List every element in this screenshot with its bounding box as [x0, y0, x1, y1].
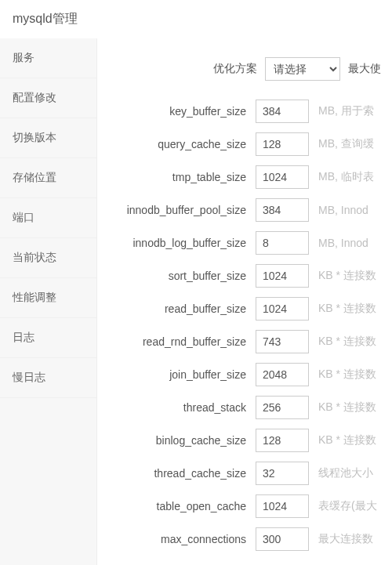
- setting-row: query_cache_sizeMB, 查询缓: [108, 132, 381, 156]
- sidebar-item-label: 当前状态: [13, 251, 56, 263]
- setting-label: join_buffer_size: [108, 368, 246, 381]
- setting-row: innodb_log_buffer_sizeMB, Innod: [108, 231, 381, 255]
- setting-row: tmp_table_sizeMB, 临时表: [108, 165, 381, 189]
- setting-label: binlog_cache_size: [108, 434, 246, 447]
- sidebar-item-label: 切换版本: [13, 131, 56, 143]
- sidebar-item-storage[interactable]: 存储位置: [0, 158, 96, 198]
- setting-hint: KB * 连接数: [318, 368, 376, 382]
- setting-label: sort_buffer_size: [108, 270, 246, 282]
- setting-hint: 最大连接数: [318, 532, 373, 546]
- sidebar-item-status[interactable]: 当前状态: [0, 238, 96, 278]
- setting-row: read_buffer_sizeKB * 连接数: [108, 297, 381, 321]
- setting-label: innodb_buffer_pool_size: [108, 204, 246, 216]
- setting-input-thread_cache_size[interactable]: [256, 462, 309, 485]
- setting-label: innodb_log_buffer_size: [108, 237, 246, 249]
- main-panel: 优化方案 请选择 最大使 key_buffer_sizeMB, 用于索query…: [97, 38, 392, 565]
- sidebar-item-label: 存储位置: [13, 171, 56, 183]
- toolbar: 优化方案 请选择 最大使: [97, 57, 392, 92]
- setting-label: thread_cache_size: [108, 467, 246, 480]
- sidebar-item-label: 性能调整: [13, 291, 56, 303]
- setting-hint: KB * 连接数: [318, 433, 376, 447]
- sidebar-item-slowlog[interactable]: 慢日志: [0, 358, 96, 398]
- setting-row: max_connections最大连接数: [108, 527, 381, 551]
- setting-input-read_buffer_size[interactable]: [256, 297, 309, 321]
- sidebar-item-label: 服务: [13, 51, 34, 63]
- sidebar-item-label: 配置修改: [13, 91, 56, 103]
- sidebar-item-port[interactable]: 端口: [0, 198, 96, 238]
- setting-label: tmp_table_size: [108, 171, 246, 183]
- setting-hint: MB, 查询缓: [318, 137, 374, 151]
- plan-label: 优化方案: [213, 62, 257, 76]
- setting-label: table_open_cache: [108, 500, 246, 512]
- setting-hint: KB * 连接数: [318, 335, 376, 349]
- max-usage-button[interactable]: 最大使: [348, 62, 381, 76]
- sidebar-item-label: 日志: [13, 331, 34, 343]
- setting-row: innodb_buffer_pool_sizeMB, Innod: [108, 198, 381, 222]
- setting-row: binlog_cache_sizeKB * 连接数: [108, 429, 381, 452]
- setting-hint: KB * 连接数: [318, 302, 376, 316]
- setting-label: query_cache_size: [108, 138, 246, 150]
- setting-input-read_rnd_buffer_size[interactable]: [256, 330, 309, 353]
- setting-label: read_rnd_buffer_size: [108, 335, 246, 348]
- setting-input-table_open_cache[interactable]: [256, 494, 309, 518]
- setting-input-max_connections[interactable]: [256, 527, 309, 551]
- page-header: mysqld管理: [0, 0, 392, 38]
- sidebar-item-config[interactable]: 配置修改: [0, 78, 96, 118]
- sidebar-item-label: 慢日志: [13, 371, 45, 383]
- setting-label: max_connections: [108, 533, 246, 545]
- plan-select[interactable]: 请选择: [265, 57, 340, 81]
- setting-label: key_buffer_size: [108, 105, 246, 118]
- setting-row: sort_buffer_sizeKB * 连接数: [108, 264, 381, 288]
- setting-label: read_buffer_size: [108, 302, 246, 315]
- setting-hint: KB * 连接数: [318, 269, 376, 283]
- settings-form: key_buffer_sizeMB, 用于索query_cache_sizeMB…: [97, 92, 392, 551]
- setting-input-tmp_table_size[interactable]: [256, 165, 309, 189]
- setting-input-binlog_cache_size[interactable]: [256, 429, 309, 452]
- sidebar-item-log[interactable]: 日志: [0, 318, 96, 358]
- sidebar-item-performance[interactable]: 性能调整: [0, 278, 96, 318]
- setting-hint: MB, Innod: [318, 204, 368, 216]
- setting-hint: MB, 临时表: [318, 170, 374, 184]
- setting-hint: KB * 连接数: [318, 400, 376, 415]
- setting-row: table_open_cache表缓存(最大: [108, 494, 381, 518]
- setting-row: read_rnd_buffer_sizeKB * 连接数: [108, 330, 381, 353]
- setting-hint: MB, Innod: [318, 237, 368, 249]
- setting-row: thread_stackKB * 连接数: [108, 396, 381, 419]
- page-title: mysqld管理: [13, 12, 78, 25]
- setting-row: join_buffer_sizeKB * 连接数: [108, 363, 381, 386]
- setting-hint: 线程池大小: [318, 466, 373, 480]
- setting-hint: MB, 用于索: [318, 104, 374, 118]
- setting-input-innodb_buffer_pool_size[interactable]: [256, 198, 309, 222]
- setting-input-innodb_log_buffer_size[interactable]: [256, 231, 309, 255]
- sidebar: 服务 配置修改 切换版本 存储位置 端口 当前状态 性能调整 日志 慢日志: [0, 38, 97, 565]
- setting-input-thread_stack[interactable]: [256, 396, 309, 419]
- setting-input-join_buffer_size[interactable]: [256, 363, 309, 386]
- setting-hint: 表缓存(最大: [318, 499, 377, 513]
- setting-input-query_cache_size[interactable]: [256, 132, 309, 156]
- setting-row: key_buffer_sizeMB, 用于索: [108, 100, 381, 123]
- setting-input-key_buffer_size[interactable]: [256, 100, 309, 123]
- sidebar-item-label: 端口: [13, 211, 34, 223]
- setting-input-sort_buffer_size[interactable]: [256, 264, 309, 288]
- sidebar-item-switch-ver[interactable]: 切换版本: [0, 118, 96, 158]
- sidebar-item-service[interactable]: 服务: [0, 38, 96, 78]
- setting-label: thread_stack: [108, 401, 246, 414]
- setting-row: thread_cache_size线程池大小: [108, 462, 381, 485]
- content-container: 服务 配置修改 切换版本 存储位置 端口 当前状态 性能调整 日志 慢日志 优化…: [0, 38, 392, 565]
